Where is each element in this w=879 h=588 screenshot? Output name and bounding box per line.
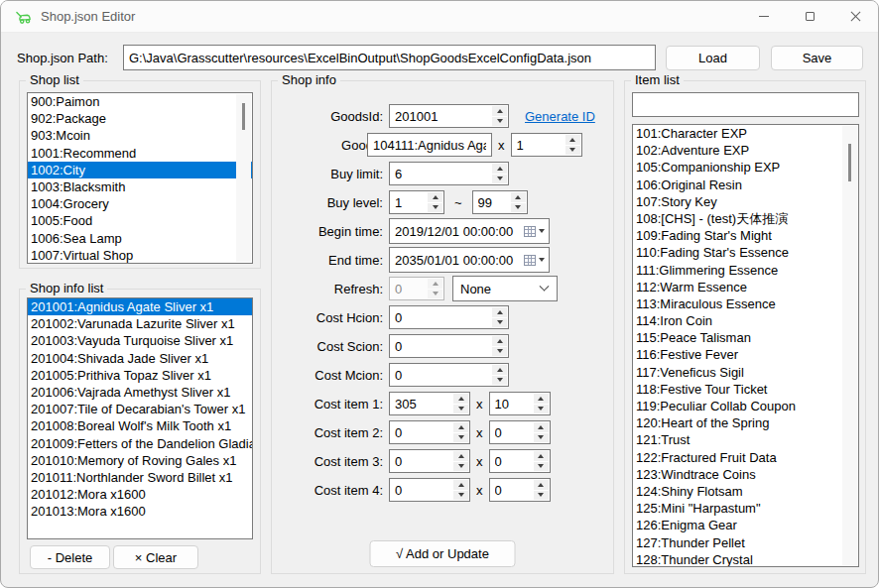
spin-down-button[interactable]: [453, 462, 468, 472]
load-button[interactable]: Load: [666, 46, 760, 70]
list-item[interactable]: 1003:Blacksmith: [28, 178, 252, 195]
buy-limit-spinner[interactable]: [389, 162, 509, 185]
list-item[interactable]: 119:Peculiar Collab Coupon: [633, 398, 858, 414]
cost-item-3-count-spinner[interactable]: [489, 449, 551, 473]
spin-up-button[interactable]: [534, 480, 549, 490]
begin-time-picker[interactable]: [389, 218, 550, 244]
list-item[interactable]: 122:Fractured Fruit Data: [633, 449, 858, 466]
list-item[interactable]: 112:Warm Essence: [633, 279, 858, 295]
spin-up-button[interactable]: [492, 307, 507, 317]
list-item[interactable]: 201005:Prithiva Topaz Sliver x1: [28, 367, 252, 384]
end-time-picker[interactable]: [389, 247, 550, 273]
list-item[interactable]: 1002:City: [28, 162, 252, 178]
list-item[interactable]: 1006:Sea Lamp: [28, 230, 252, 247]
list-item[interactable]: 902:Package: [28, 110, 252, 127]
spin-up-button[interactable]: [492, 164, 507, 174]
buy-level-min-input[interactable]: [390, 191, 428, 213]
spin-down-button[interactable]: [492, 117, 507, 127]
list-item[interactable]: 105:Companionship EXP: [633, 159, 858, 176]
shop-list-scrollbar[interactable]: [236, 94, 251, 262]
list-item[interactable]: 1004:Grocery: [28, 195, 252, 212]
cost-item-2-count-input[interactable]: [490, 421, 534, 443]
list-item[interactable]: 116:Festive Fever: [633, 346, 858, 363]
end-time-input[interactable]: [395, 253, 524, 268]
generate-id-link[interactable]: Generate ID: [525, 109, 595, 124]
spin-down-button[interactable]: [534, 433, 549, 443]
list-item[interactable]: 120:Heart of the Spring: [633, 414, 858, 431]
list-item[interactable]: 1005:Food: [28, 212, 252, 229]
cost-item-1-count-spinner[interactable]: [489, 392, 551, 415]
list-item[interactable]: 121:Trust: [633, 431, 858, 448]
list-item[interactable]: 201001:Agnidus Agate Sliver x1: [28, 298, 252, 315]
list-item[interactable]: 110:Fading Star's Essence: [633, 244, 858, 261]
list-item[interactable]: 128:Thunder Crystal: [633, 551, 858, 567]
cost-item-1-count-input[interactable]: [490, 393, 534, 414]
list-item[interactable]: 201010:Memory of Roving Gales x1: [28, 452, 252, 469]
maximize-button[interactable]: [787, 1, 832, 32]
list-item[interactable]: 201011:Northlander Sword Billet x1: [28, 469, 252, 486]
goods-count-spinner[interactable]: [511, 133, 582, 157]
buy-level-min-spinner[interactable]: [389, 190, 444, 214]
spin-down-button[interactable]: [534, 405, 549, 414]
list-item[interactable]: 101:Character EXP: [633, 125, 858, 142]
spin-up-button[interactable]: [492, 106, 507, 116]
spin-up-button[interactable]: [534, 451, 549, 461]
spin-down-button[interactable]: [453, 491, 468, 501]
list-item[interactable]: 115:Peace Talisman: [633, 329, 858, 346]
shop-json-path-input[interactable]: [123, 45, 656, 70]
spin-up-button[interactable]: [492, 365, 507, 375]
list-item[interactable]: 201003:Vayuda Turquoise Sliver x1: [28, 332, 252, 349]
cost-scion-spinner[interactable]: [389, 334, 509, 358]
list-item[interactable]: 111:Glimmering Essence: [633, 262, 858, 279]
close-button[interactable]: [832, 1, 878, 32]
cost-item-4-id-spinner[interactable]: [389, 478, 470, 502]
list-item[interactable]: 107:Story Key: [633, 193, 858, 210]
cost-item-3-id-input[interactable]: [390, 450, 453, 472]
delete-button[interactable]: - Delete: [30, 545, 110, 569]
buy-level-max-spinner[interactable]: [472, 190, 528, 214]
buy-level-max-input[interactable]: [473, 191, 511, 213]
list-item[interactable]: 201006:Vajrada Amethyst Sliver x1: [28, 384, 252, 401]
spin-down-button[interactable]: [511, 203, 526, 213]
cost-item-2-id-spinner[interactable]: [389, 420, 470, 444]
save-button[interactable]: Save: [771, 46, 863, 70]
spin-down-button[interactable]: [428, 203, 442, 213]
goodsid-input[interactable]: [390, 105, 492, 127]
spin-up-button[interactable]: [453, 480, 468, 490]
cost-item-1-id-spinner[interactable]: [389, 392, 470, 415]
shop-info-list[interactable]: 201001:Agnidus Agate Sliver x1201002:Var…: [27, 297, 253, 539]
spin-down-button[interactable]: [534, 491, 549, 501]
datetime-dropdown-icon[interactable]: [539, 258, 545, 262]
spin-up-button[interactable]: [534, 394, 549, 404]
cost-scion-input[interactable]: [390, 335, 492, 357]
item-list[interactable]: 101:Character EXP102:Adventure EXP105:Co…: [632, 124, 859, 567]
spin-up-button[interactable]: [511, 192, 526, 202]
spin-down-button[interactable]: [565, 146, 580, 156]
item-search-input[interactable]: [632, 92, 859, 117]
cost-item-4-count-spinner[interactable]: [489, 478, 551, 502]
spin-up-button[interactable]: [534, 422, 549, 432]
list-item[interactable]: 201012:Mora x1600: [28, 486, 252, 503]
goods-count-input[interactable]: [512, 134, 565, 156]
list-item[interactable]: 117:Veneficus Sigil: [633, 364, 858, 381]
list-item[interactable]: 108:[CHS] - (test)天体推演: [633, 210, 858, 227]
cost-mcion-input[interactable]: [390, 364, 492, 386]
list-item[interactable]: 903:Mcoin: [28, 127, 252, 144]
cost-item-3-count-input[interactable]: [490, 450, 534, 472]
spin-up-button[interactable]: [453, 451, 468, 461]
spin-up-button[interactable]: [453, 422, 468, 432]
spin-down-button[interactable]: [534, 462, 549, 472]
cost-hcion-spinner[interactable]: [389, 305, 509, 329]
goodsid-spinner[interactable]: [389, 104, 509, 128]
spin-up-button[interactable]: [453, 394, 468, 404]
list-item[interactable]: 124:Shiny Flotsam: [633, 483, 858, 500]
clear-button[interactable]: × Clear: [113, 545, 198, 569]
list-item[interactable]: 201013:Mora x1600: [28, 503, 252, 520]
list-item[interactable]: 201002:Varunada Lazurite Sliver x1: [28, 315, 252, 332]
cost-hcion-input[interactable]: [390, 306, 492, 328]
begin-time-input[interactable]: [395, 224, 524, 239]
shop-list[interactable]: 900:Paimon902:Package903:Mcoin1001:Recom…: [27, 92, 253, 264]
goods-input[interactable]: [367, 133, 492, 157]
list-item[interactable]: 127:Thunder Pellet: [633, 534, 858, 551]
spin-down-button[interactable]: [492, 175, 507, 184]
